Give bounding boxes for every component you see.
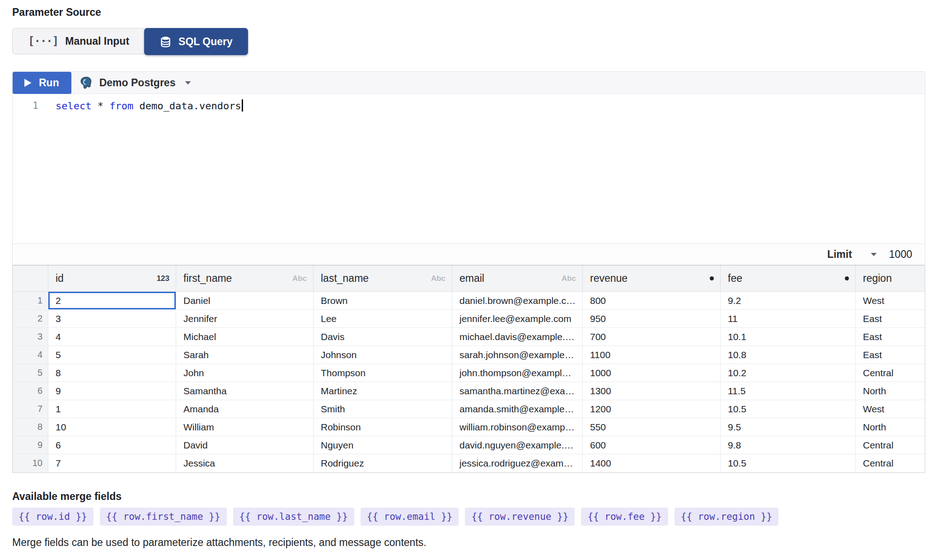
cell-id[interactable]: 2 [48, 292, 176, 309]
row-number-cell[interactable]: 3 [13, 328, 48, 345]
row-number-cell[interactable]: 6 [13, 382, 48, 400]
cell-email[interactable]: daniel.brown@example.com [452, 292, 582, 309]
cell-email[interactable]: michael.davis@example.com [452, 328, 582, 345]
cell-first_name[interactable]: Jessica [176, 454, 313, 472]
row-number-cell[interactable]: 10 [13, 454, 48, 472]
cell-region[interactable]: Central [855, 364, 925, 382]
cell-fee[interactable]: 10.8 [720, 346, 855, 364]
cell-revenue[interactable]: 1100 [582, 346, 720, 364]
row-number-cell[interactable]: 9 [13, 436, 48, 454]
cell-email[interactable]: amanda.smith@example.com [452, 400, 582, 418]
cell-id[interactable]: 8 [48, 364, 176, 382]
cell-region[interactable]: North [855, 382, 925, 400]
cell-id[interactable]: 5 [48, 346, 176, 364]
cell-region[interactable]: Central [855, 454, 925, 472]
cell-email[interactable]: john.thompson@example.com [452, 364, 582, 382]
merge-field-chip[interactable]: {{ row.region }} [675, 508, 778, 526]
cell-revenue[interactable]: 1000 [582, 364, 720, 382]
cell-email[interactable]: sarah.johnson@example.com [452, 346, 582, 364]
cell-first_name[interactable]: Amanda [176, 400, 313, 418]
cell-revenue[interactable]: 700 [582, 328, 720, 345]
cell-fee[interactable]: 9.8 [720, 436, 855, 454]
cell-id[interactable]: 3 [48, 310, 176, 327]
cell-last_name[interactable]: Thompson [313, 364, 452, 382]
limit-value[interactable]: 1000 [889, 248, 912, 261]
cell-last_name[interactable]: Davis [313, 328, 452, 345]
cell-first_name[interactable]: David [176, 436, 313, 454]
cell-last_name[interactable]: Lee [313, 310, 452, 327]
row-number-cell[interactable]: 2 [13, 310, 48, 327]
cell-email[interactable]: samantha.martinez@example.com [452, 382, 582, 400]
cell-first_name[interactable]: William [176, 418, 313, 436]
cell-email[interactable]: david.nguyen@example.com [452, 436, 582, 454]
cell-fee[interactable]: 10.1 [720, 328, 855, 345]
cell-fee[interactable]: 10.5 [720, 454, 855, 472]
datasource-selector[interactable]: Demo Postgres [79, 76, 192, 90]
cell-last_name[interactable]: Smith [313, 400, 452, 418]
row-number-cell[interactable]: 8 [13, 418, 48, 436]
cell-region[interactable]: North [855, 418, 925, 436]
row-number-cell[interactable]: 4 [13, 346, 48, 364]
cell-region[interactable]: Central [855, 436, 925, 454]
sql-query-tab[interactable]: SQL Query [144, 28, 248, 55]
cell-email[interactable]: jessica.rodriguez@example.com [452, 454, 582, 472]
column-header-fee[interactable]: fee [720, 266, 855, 291]
cell-region[interactable]: West [855, 292, 925, 309]
cell-email[interactable]: jennifer.lee@example.com [452, 310, 582, 327]
column-header-first_name[interactable]: first_nameAbc [176, 266, 313, 291]
cell-fee[interactable]: 10.2 [720, 364, 855, 382]
cell-last_name[interactable]: Nguyen [313, 436, 452, 454]
run-button[interactable]: Run [13, 72, 71, 94]
merge-field-chip[interactable]: {{ row.id }} [12, 508, 94, 526]
cell-id[interactable]: 6 [48, 436, 176, 454]
cell-first_name[interactable]: Daniel [176, 292, 313, 309]
cell-last_name[interactable]: Martinez [313, 382, 452, 400]
column-header-last_name[interactable]: last_nameAbc [313, 266, 452, 291]
cell-fee[interactable]: 9.5 [720, 418, 855, 436]
cell-last_name[interactable]: Johnson [313, 346, 452, 364]
row-number-cell[interactable]: 5 [13, 364, 48, 382]
sql-code-editor[interactable]: 1 select * from demo_data.vendors [13, 94, 925, 243]
cell-revenue[interactable]: 950 [582, 310, 720, 327]
cell-fee[interactable]: 11.5 [720, 382, 855, 400]
cell-id[interactable]: 10 [48, 418, 176, 436]
cell-revenue[interactable]: 1300 [582, 382, 720, 400]
cell-region[interactable]: East [855, 346, 925, 364]
column-header-revenue[interactable]: revenue [582, 266, 720, 291]
cell-revenue[interactable]: 600 [582, 436, 720, 454]
cell-id[interactable]: 9 [48, 382, 176, 400]
cell-first_name[interactable]: Samantha [176, 382, 313, 400]
cell-first_name[interactable]: Jennifer [176, 310, 313, 327]
column-header-id[interactable]: id123 [48, 266, 176, 291]
row-number-cell[interactable]: 7 [13, 400, 48, 418]
cell-last_name[interactable]: Brown [313, 292, 452, 309]
manual-input-tab[interactable]: [···] Manual Input [13, 28, 145, 54]
cell-fee[interactable]: 9.2 [720, 292, 855, 309]
cell-email[interactable]: william.robinson@example.com [452, 418, 582, 436]
merge-field-chip[interactable]: {{ row.last_name }} [233, 508, 354, 526]
merge-field-chip[interactable]: {{ row.fee }} [581, 508, 668, 526]
cell-region[interactable]: East [855, 310, 925, 327]
cell-last_name[interactable]: Rodriguez [313, 454, 452, 472]
cell-id[interactable]: 1 [48, 400, 176, 418]
cell-fee[interactable]: 11 [720, 310, 855, 327]
cell-fee[interactable]: 10.5 [720, 400, 855, 418]
cell-revenue[interactable]: 1200 [582, 400, 720, 418]
cell-first_name[interactable]: Sarah [176, 346, 313, 364]
cell-id[interactable]: 7 [48, 454, 176, 472]
cell-last_name[interactable]: Robinson [313, 418, 452, 436]
column-header-region[interactable]: region [855, 266, 925, 291]
merge-field-chip[interactable]: {{ row.email }} [361, 508, 459, 526]
cell-region[interactable]: West [855, 400, 925, 418]
cell-first_name[interactable]: John [176, 364, 313, 382]
cell-revenue[interactable]: 550 [582, 418, 720, 436]
merge-field-chip[interactable]: {{ row.first_name }} [100, 508, 227, 526]
column-header-email[interactable]: emailAbc [452, 266, 582, 291]
merge-field-chip[interactable]: {{ row.revenue }} [465, 508, 575, 526]
cell-id[interactable]: 4 [48, 328, 176, 345]
row-number-cell[interactable]: 1 [13, 292, 48, 309]
cell-first_name[interactable]: Michael [176, 328, 313, 345]
cell-revenue[interactable]: 1400 [582, 454, 720, 472]
cell-revenue[interactable]: 800 [582, 292, 720, 309]
cell-region[interactable]: East [855, 328, 925, 345]
